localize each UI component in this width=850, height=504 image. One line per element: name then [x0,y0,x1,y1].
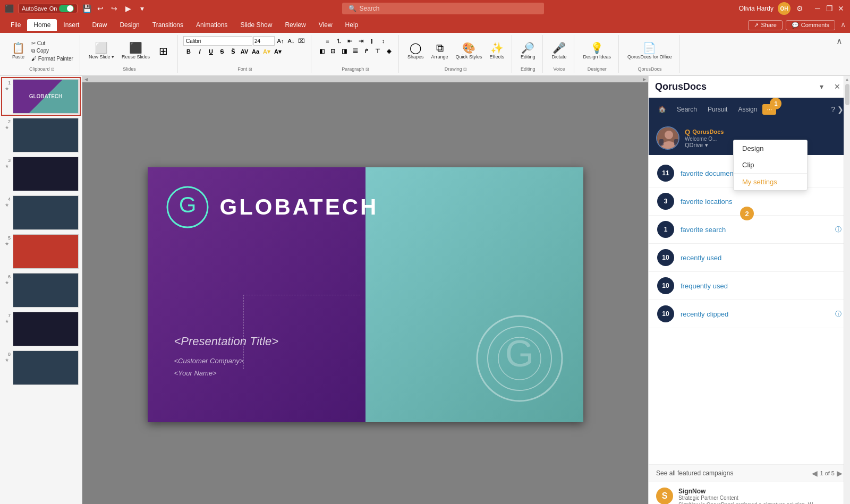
qorus-close-icon[interactable]: ✕ [831,80,844,93]
stat-item-frequently-used[interactable]: 10 frequently used [649,272,850,300]
slide-thumb-5[interactable]: 5 ★ [2,233,80,270]
text-direction-button[interactable]: ↱ [361,46,372,56]
decrease-indent-button[interactable]: ⇤ [344,36,355,46]
cut-button[interactable]: ✂ Cut [29,40,75,47]
qorus-collapse-icon[interactable]: ▾ [815,80,828,93]
close-icon[interactable]: ✕ [836,4,846,13]
slide-presentation-title[interactable]: <Presentation Title> [174,335,279,348]
featured-label[interactable]: See all featured campaigns [656,469,733,477]
font-increase-button[interactable]: A↑ [276,36,285,46]
share-button[interactable]: ↗ Share [748,20,782,30]
stat-item-recently-used[interactable]: 10 recently used [649,244,850,272]
font-decrease-button[interactable]: A↓ [286,36,296,46]
design-ideas-button[interactable]: 💡 Design Ideas [580,41,614,61]
recently-clipped-help-icon[interactable]: ⓘ [835,310,842,319]
reuse-slides-button[interactable]: ⬛ Reuse Slides [118,41,153,61]
nav-search[interactable]: Search [672,101,702,117]
slide-thumb-4[interactable]: 4 ★ [2,194,80,231]
effects-button[interactable]: ✨ Effects [487,41,507,61]
font-size-input[interactable] [253,36,275,46]
line-spacing-button[interactable]: ↕ [378,36,388,46]
paste-button[interactable]: 📋 Paste [8,41,28,61]
new-slide-button[interactable]: ⬜ New Slide ▾ [86,41,117,61]
nav-assign[interactable]: Assign [733,101,762,117]
slide-thumb-7[interactable]: 7 ★ [2,311,80,347]
save-icon[interactable]: 💾 [82,4,91,13]
right-panel-scrollbar[interactable]: ▲ ▼ [844,76,850,504]
tab-design[interactable]: Design [113,19,146,31]
tab-view[interactable]: View [312,19,339,31]
quick-styles-button[interactable]: 🎨 Quick Styles [453,41,486,61]
slide-thumb-1[interactable]: 1 ★ GLOBATECH [2,78,80,115]
copy-button[interactable]: ⧉ Copy [29,47,75,55]
editing-button[interactable]: 🔎 Editing [517,41,539,61]
bold-button[interactable]: B [183,47,194,56]
scroll-right-arrow[interactable]: ▶ [643,77,646,82]
smartart-button[interactable]: ◈ [384,46,394,56]
slide-customer[interactable]: <Customer Company> [174,355,279,367]
slide-name[interactable]: <Your Name> [174,367,279,379]
tab-review[interactable]: Review [278,19,312,31]
tab-file[interactable]: File [4,19,27,31]
scroll-up-arrow[interactable]: ▲ [844,76,850,83]
slide-panel[interactable]: 1 ★ GLOBATECH 2 ★ 3 ★ 4 [0,76,82,504]
favorite-search-help-icon[interactable]: ⓘ [835,225,842,234]
align-left-button[interactable]: ◧ [317,46,327,56]
arrange-button[interactable]: ⧉ Arrange [428,41,452,61]
tab-home[interactable]: Home [27,19,57,31]
shapes-button[interactable]: ◯ Shapes [404,41,427,61]
tab-animations[interactable]: Animations [190,19,234,31]
layout-button[interactable]: ⊞ [154,45,173,57]
shadow-button[interactable]: S̈ [228,47,239,56]
columns-button[interactable]: ⫿ [367,36,377,46]
scroll-thumb[interactable] [845,84,849,105]
autosave-toggle[interactable] [59,5,74,12]
tab-slideshow[interactable]: Slide Show [234,19,278,31]
redo-icon[interactable]: ↪ [109,4,119,13]
tab-transitions[interactable]: Transitions [146,19,190,31]
campaign-item[interactable]: S SignNow Strategic Partner Content Sign… [649,482,850,504]
featured-prev-arrow[interactable]: ◀ [812,469,818,477]
slide-thumb-2[interactable]: 2 ★ [2,117,80,153]
dropdown-clip[interactable]: Clip [734,157,807,173]
italic-button[interactable]: I [194,47,205,56]
tab-draw[interactable]: Draw [86,19,113,31]
tab-insert[interactable]: Insert [57,19,86,31]
increase-indent-button[interactable]: ⇥ [355,36,366,46]
slide-thumb-8[interactable]: 8 ★ [2,349,80,386]
strikethrough-button[interactable]: S [217,47,227,56]
customize-icon[interactable]: ▾ [137,4,147,13]
present-icon[interactable]: ▶ [123,4,133,13]
tab-help[interactable]: Help [339,19,365,31]
minimize-icon[interactable]: ─ [813,4,822,13]
justify-button[interactable]: ☰ [350,46,361,56]
restore-icon[interactable]: ❐ [824,4,834,13]
horizontal-scrollbar-top[interactable]: ◀ ▶ [82,76,648,82]
undo-icon[interactable]: ↩ [96,4,105,13]
align-text-button[interactable]: ⊤ [372,46,383,56]
nav-pursuit[interactable]: Pursuit [702,101,733,117]
featured-next-arrow[interactable]: ▶ [837,469,843,477]
align-center-button[interactable]: ⊡ [328,46,338,56]
ribbon-collapse-button[interactable]: ∧ [833,35,846,73]
slide-thumb-3[interactable]: 3 ★ [2,156,80,192]
comments-button[interactable]: 💬 Comments [786,20,835,30]
slide-thumb-6[interactable]: 6 ★ [2,272,80,309]
highlight-color-button[interactable]: A▾ [261,47,272,56]
ribbon-collapse-icon[interactable]: ∧ [840,20,846,30]
clear-format-button[interactable]: ⌧ [297,36,307,46]
font-color-button[interactable]: A▾ [273,47,283,56]
scroll-left-arrow[interactable]: ◀ [84,77,88,82]
numbering-button[interactable]: ⒈ [333,36,344,46]
nav-help-icon[interactable]: ? [831,105,835,114]
dictate-button[interactable]: 🎤 Dictate [548,41,570,61]
qorusdocs-button[interactable]: 📄 QorusDocs for Office [624,41,675,61]
search-input[interactable] [360,5,538,12]
search-bar[interactable]: 🔍 [342,3,544,14]
dropdown-design[interactable]: Design [734,140,807,157]
settings-icon[interactable]: ⚙ [795,4,804,13]
font-family-select[interactable] [183,36,252,46]
font-case-button[interactable]: Aa [250,47,261,56]
dropdown-my-settings[interactable]: My settings [734,174,807,190]
bullets-button[interactable]: ≡ [322,36,333,46]
